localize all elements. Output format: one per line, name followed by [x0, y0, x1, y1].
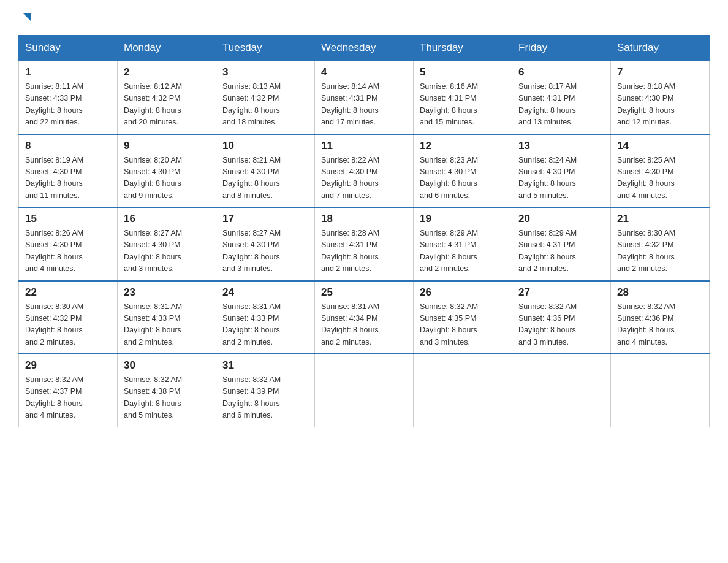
day-number: 2: [124, 66, 210, 79]
day-info: Sunrise: 8:21 AMSunset: 4:30 PMDaylight:…: [222, 156, 281, 200]
calendar-cell: 4 Sunrise: 8:14 AMSunset: 4:31 PMDayligh…: [315, 61, 414, 134]
calendar-cell: 16 Sunrise: 8:27 AMSunset: 4:30 PMDaylig…: [118, 207, 216, 281]
logo-arrow-icon: [20, 10, 34, 26]
calendar-cell: 21 Sunrise: 8:30 AMSunset: 4:32 PMDaylig…: [611, 207, 710, 281]
day-number: 12: [420, 140, 506, 152]
calendar-cell: 20 Sunrise: 8:29 AMSunset: 4:31 PMDaylig…: [512, 207, 611, 281]
day-info: Sunrise: 8:25 AMSunset: 4:30 PMDaylight:…: [617, 156, 675, 200]
calendar-cell: 30 Sunrise: 8:32 AMSunset: 4:38 PMDaylig…: [118, 354, 216, 427]
day-number: 28: [617, 286, 703, 299]
day-info: Sunrise: 8:17 AMSunset: 4:31 PMDaylight:…: [518, 82, 577, 126]
calendar-cell: 10 Sunrise: 8:21 AMSunset: 4:30 PMDaylig…: [216, 134, 315, 208]
calendar-cell: 9 Sunrise: 8:20 AMSunset: 4:30 PMDayligh…: [118, 134, 216, 208]
day-number: 23: [124, 286, 210, 299]
day-number: 26: [420, 286, 506, 299]
header-monday: Monday: [118, 36, 216, 61]
calendar-cell: 25 Sunrise: 8:31 AMSunset: 4:34 PMDaylig…: [315, 281, 414, 354]
day-number: 20: [518, 213, 604, 225]
calendar-cell: [315, 354, 414, 427]
day-number: 11: [321, 140, 407, 152]
calendar-cell: 8 Sunrise: 8:19 AMSunset: 4:30 PMDayligh…: [19, 134, 118, 208]
calendar-table: SundayMondayTuesdayWednesdayThursdayFrid…: [18, 35, 710, 427]
day-number: 21: [617, 213, 703, 225]
day-info: Sunrise: 8:30 AMSunset: 4:32 PMDaylight:…: [25, 302, 83, 347]
day-number: 9: [124, 140, 210, 152]
day-info: Sunrise: 8:32 AMSunset: 4:35 PMDaylight:…: [420, 302, 478, 347]
day-number: 3: [222, 66, 308, 79]
day-info: Sunrise: 8:29 AMSunset: 4:31 PMDaylight:…: [518, 229, 577, 273]
page-header: [18, 12, 710, 23]
day-info: Sunrise: 8:27 AMSunset: 4:30 PMDaylight:…: [124, 229, 182, 273]
calendar-cell: 14 Sunrise: 8:25 AMSunset: 4:30 PMDaylig…: [611, 134, 710, 208]
week-row-5: 29 Sunrise: 8:32 AMSunset: 4:37 PMDaylig…: [19, 354, 710, 427]
day-info: Sunrise: 8:31 AMSunset: 4:33 PMDaylight:…: [222, 302, 281, 347]
header-tuesday: Tuesday: [216, 36, 315, 61]
calendar-cell: 18 Sunrise: 8:28 AMSunset: 4:31 PMDaylig…: [315, 207, 414, 281]
svg-marker-0: [23, 13, 31, 21]
day-info: Sunrise: 8:22 AMSunset: 4:30 PMDaylight:…: [321, 156, 379, 200]
day-info: Sunrise: 8:24 AMSunset: 4:30 PMDaylight:…: [518, 156, 577, 200]
day-number: 31: [222, 359, 308, 372]
calendar-cell: 28 Sunrise: 8:32 AMSunset: 4:36 PMDaylig…: [611, 281, 710, 354]
calendar-cell: 17 Sunrise: 8:27 AMSunset: 4:30 PMDaylig…: [216, 207, 315, 281]
day-info: Sunrise: 8:32 AMSunset: 4:39 PMDaylight:…: [222, 375, 281, 419]
day-number: 29: [25, 359, 111, 372]
day-number: 16: [124, 213, 210, 225]
day-number: 15: [25, 213, 111, 225]
day-number: 17: [222, 213, 308, 225]
calendar-cell: 31 Sunrise: 8:32 AMSunset: 4:39 PMDaylig…: [216, 354, 315, 427]
day-info: Sunrise: 8:13 AMSunset: 4:32 PMDaylight:…: [222, 82, 281, 126]
day-number: 25: [321, 286, 407, 299]
header-thursday: Thursday: [414, 36, 512, 61]
calendar-cell: 22 Sunrise: 8:30 AMSunset: 4:32 PMDaylig…: [19, 281, 118, 354]
calendar-body: 1 Sunrise: 8:11 AMSunset: 4:33 PMDayligh…: [19, 61, 710, 427]
day-number: 22: [25, 286, 111, 299]
day-number: 1: [25, 66, 111, 79]
day-number: 4: [321, 66, 407, 79]
day-info: Sunrise: 8:27 AMSunset: 4:30 PMDaylight:…: [222, 229, 281, 273]
day-info: Sunrise: 8:11 AMSunset: 4:33 PMDaylight:…: [25, 82, 83, 126]
day-info: Sunrise: 8:28 AMSunset: 4:31 PMDaylight:…: [321, 229, 379, 273]
day-number: 5: [420, 66, 506, 79]
calendar-cell: 19 Sunrise: 8:29 AMSunset: 4:31 PMDaylig…: [414, 207, 512, 281]
day-number: 24: [222, 286, 308, 299]
day-info: Sunrise: 8:32 AMSunset: 4:36 PMDaylight:…: [617, 302, 675, 347]
calendar-cell: 24 Sunrise: 8:31 AMSunset: 4:33 PMDaylig…: [216, 281, 315, 354]
header-sunday: Sunday: [19, 36, 118, 61]
calendar-cell: 15 Sunrise: 8:26 AMSunset: 4:30 PMDaylig…: [19, 207, 118, 281]
calendar-cell: 7 Sunrise: 8:18 AMSunset: 4:30 PMDayligh…: [611, 61, 710, 134]
week-row-1: 1 Sunrise: 8:11 AMSunset: 4:33 PMDayligh…: [19, 61, 710, 134]
header-wednesday: Wednesday: [315, 36, 414, 61]
calendar-cell: 12 Sunrise: 8:23 AMSunset: 4:30 PMDaylig…: [414, 134, 512, 208]
day-number: 30: [124, 359, 210, 372]
header-saturday: Saturday: [611, 36, 710, 61]
week-row-4: 22 Sunrise: 8:30 AMSunset: 4:32 PMDaylig…: [19, 281, 710, 354]
day-info: Sunrise: 8:32 AMSunset: 4:37 PMDaylight:…: [25, 375, 83, 419]
day-number: 6: [518, 66, 604, 79]
calendar-cell: 29 Sunrise: 8:32 AMSunset: 4:37 PMDaylig…: [19, 354, 118, 427]
day-info: Sunrise: 8:19 AMSunset: 4:30 PMDaylight:…: [25, 156, 83, 200]
day-info: Sunrise: 8:18 AMSunset: 4:30 PMDaylight:…: [617, 82, 675, 126]
calendar-cell: [512, 354, 611, 427]
calendar-cell: 26 Sunrise: 8:32 AMSunset: 4:35 PMDaylig…: [414, 281, 512, 354]
day-info: Sunrise: 8:20 AMSunset: 4:30 PMDaylight:…: [124, 156, 182, 200]
logo: [18, 12, 34, 23]
calendar-cell: 11 Sunrise: 8:22 AMSunset: 4:30 PMDaylig…: [315, 134, 414, 208]
calendar-cell: 13 Sunrise: 8:24 AMSunset: 4:30 PMDaylig…: [512, 134, 611, 208]
day-info: Sunrise: 8:12 AMSunset: 4:32 PMDaylight:…: [124, 82, 182, 126]
day-number: 7: [617, 66, 703, 79]
day-number: 18: [321, 213, 407, 225]
day-number: 14: [617, 140, 703, 152]
calendar-cell: 5 Sunrise: 8:16 AMSunset: 4:31 PMDayligh…: [414, 61, 512, 134]
day-info: Sunrise: 8:32 AMSunset: 4:36 PMDaylight:…: [518, 302, 577, 347]
calendar-cell: 6 Sunrise: 8:17 AMSunset: 4:31 PMDayligh…: [512, 61, 611, 134]
day-info: Sunrise: 8:16 AMSunset: 4:31 PMDaylight:…: [420, 82, 478, 126]
day-info: Sunrise: 8:30 AMSunset: 4:32 PMDaylight:…: [617, 229, 675, 273]
day-number: 8: [25, 140, 111, 152]
day-info: Sunrise: 8:23 AMSunset: 4:30 PMDaylight:…: [420, 156, 478, 200]
day-number: 13: [518, 140, 604, 152]
day-info: Sunrise: 8:31 AMSunset: 4:33 PMDaylight:…: [124, 302, 182, 347]
calendar-cell: 27 Sunrise: 8:32 AMSunset: 4:36 PMDaylig…: [512, 281, 611, 354]
day-info: Sunrise: 8:29 AMSunset: 4:31 PMDaylight:…: [420, 229, 478, 273]
day-number: 19: [420, 213, 506, 225]
